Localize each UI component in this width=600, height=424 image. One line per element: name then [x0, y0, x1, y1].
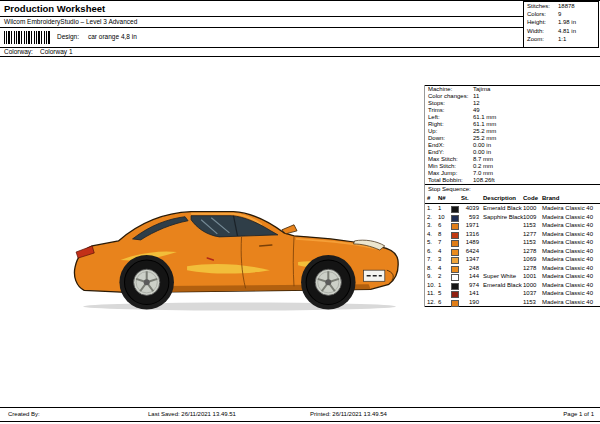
header-stitches: St. [461, 194, 469, 203]
stat-label: Zoom: [527, 35, 544, 43]
machine-value: 25.2 mm [473, 128, 600, 135]
needle-number: 2 [438, 272, 441, 281]
table-row: 3.619711153Madeira Classic 40 [425, 221, 600, 230]
colors-value: 9 [558, 10, 561, 18]
machine-value: 12 [473, 100, 600, 107]
machine-label: Max Stitch: [425, 156, 473, 163]
thread-code: 1000 [523, 204, 536, 213]
design-preview [68, 179, 406, 321]
machine-row: Trims:49 [425, 107, 600, 114]
machine-row: Max Jump:7.0 mm [425, 170, 600, 177]
row-number: 1. [427, 204, 432, 213]
machine-label: Max Jump: [425, 170, 473, 177]
needle-number: 4 [438, 264, 441, 273]
machine-label: Left: [425, 114, 473, 121]
machine-label: Total Bobbin: [425, 177, 473, 184]
table-row: 7.313471069Madeira Classic 40 [425, 255, 600, 264]
machine-value: 7.0 mm [473, 170, 600, 177]
machine-row: Color changes:11 [425, 93, 600, 100]
stat-label: Stitches: [527, 2, 550, 10]
thread-brand: Madeira Classic 40 [542, 238, 593, 247]
header-num: # [427, 194, 430, 203]
machine-label: EndX: [425, 142, 473, 149]
row-number: 6. [427, 247, 432, 256]
table-row: 5.714891153Madeira Classic 40 [425, 238, 600, 247]
stitch-count: 248 [457, 264, 479, 273]
machine-label: Min Stitch: [425, 163, 473, 170]
needle-number: 10 [438, 213, 445, 222]
needle-number: 5 [438, 289, 441, 298]
row-number: 2. [427, 213, 432, 222]
table-row: 2.10593Sapphire Black1009Madeira Classic… [425, 213, 600, 222]
table-header-row: # N# St. Description Code Brand [425, 194, 600, 204]
stitch-count: 6424 [457, 247, 479, 256]
header-brand: Brand [542, 194, 559, 203]
table-row: 8.42481278Madeira Classic 40 [425, 264, 600, 273]
machine-label: Right: [425, 121, 473, 128]
row-number: 8. [427, 264, 432, 273]
machine-value: 61.1 mm [473, 114, 600, 121]
colorway-label: Colorway: [4, 47, 33, 56]
table-row: 10.1974Emerald Black1000Madeira Classic … [425, 281, 600, 290]
car-mirror [282, 225, 297, 234]
thread-brand: Madeira Classic 40 [542, 213, 593, 222]
table-row: 6.464241278Madeira Classic 40 [425, 247, 600, 256]
thread-code: 1153 [523, 298, 536, 307]
needle-number: 4 [438, 247, 441, 256]
needle-number: 6 [438, 221, 441, 230]
stitch-count: 1971 [457, 221, 479, 230]
stitches-value: 18878 [558, 2, 575, 10]
stitch-count: 1347 [457, 255, 479, 264]
row-number: 10. [427, 281, 435, 290]
thread-code: 1153 [523, 221, 536, 230]
thread-brand: Madeira Classic 40 [542, 272, 593, 281]
printed-timestamp: Printed: 26/11/2021 13.49.54 [310, 408, 387, 421]
machine-row: EndY:0.00 in [425, 149, 600, 156]
header: Production Worksheet Wilcom EmbroiderySt… [0, 1, 523, 48]
stat-row: Height:1.98 in [524, 18, 598, 26]
machine-value: 11 [473, 93, 600, 100]
stitch-count: 141 [457, 289, 479, 298]
car-license-plate [364, 270, 385, 281]
machine-value: 0.2 mm [473, 163, 600, 170]
stop-sequence-table: Stop Sequence: # N# St. Description Code… [425, 184, 600, 307]
stop-sequence-title: Stop Sequence: [425, 185, 600, 194]
thread-code: 1069 [523, 255, 536, 264]
machine-label: Machine: [425, 86, 473, 93]
stitch-count: 1489 [457, 238, 479, 247]
row-number: 4. [427, 230, 432, 239]
table-row: 1.14039Emerald Black1000Madeira Classic … [425, 204, 600, 213]
thread-brand: Madeira Classic 40 [542, 204, 593, 213]
thread-code: 1278 [523, 247, 536, 256]
header-description: Description [483, 194, 516, 203]
stitch-count: 974 [457, 281, 479, 290]
thread-code: 1153 [523, 238, 536, 247]
header-needle: N# [438, 194, 446, 203]
machine-info-panel: Machine:Tajima Color changes:11 Stops:12… [425, 85, 600, 184]
machine-row: Left:61.1 mm [425, 114, 600, 121]
thread-code: 1278 [523, 264, 536, 273]
table-row: 4.813161277Madeira Classic 40 [425, 230, 600, 239]
thread-code: 1001 [523, 272, 536, 281]
needle-number: 6 [438, 298, 441, 307]
machine-value: Tajima [473, 86, 600, 93]
thread-description: Super White [483, 272, 516, 281]
row-number: 12. [427, 298, 435, 307]
car-design-image [68, 179, 406, 321]
needle-number: 3 [438, 255, 441, 264]
stitch-count: 4039 [457, 204, 479, 213]
thread-code: 1000 [523, 281, 536, 290]
needle-number: 7 [438, 238, 441, 247]
machine-row: EndX:0.00 in [425, 142, 600, 149]
colorway-row: Colorway: Colorway 1 [0, 47, 600, 57]
design-label: Design: [57, 33, 79, 40]
machine-row: Right:61.1 mm [425, 121, 600, 128]
stat-label: Height: [527, 18, 546, 26]
height-value: 1.98 in [558, 18, 576, 26]
stat-row: Colors:9 [524, 10, 598, 18]
table-row: 12.61901153Madeira Classic 40 [425, 298, 600, 307]
created-by-label: Created By: [8, 408, 40, 421]
machine-value: 25.2 mm [473, 135, 600, 142]
stat-row: Width:4.81 in [524, 27, 598, 35]
stat-label: Width: [527, 27, 544, 35]
